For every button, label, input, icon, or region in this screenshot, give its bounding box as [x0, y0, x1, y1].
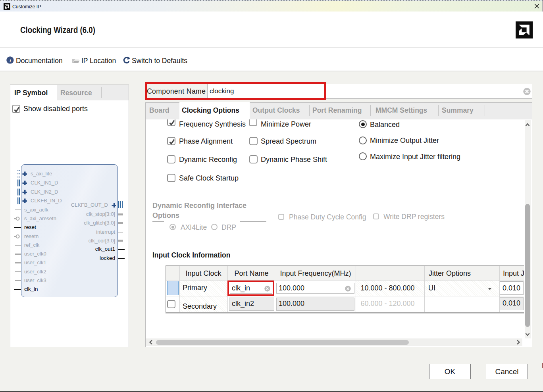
svg-text:i: i: [9, 57, 11, 63]
